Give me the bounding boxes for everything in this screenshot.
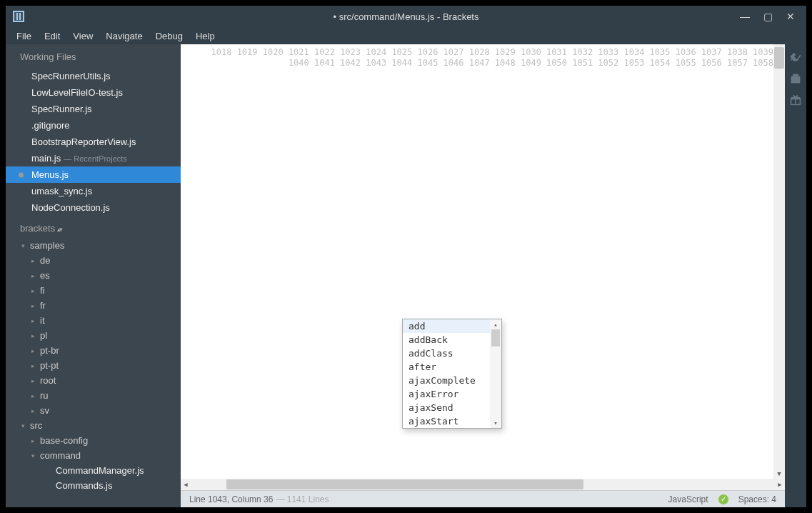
main-area: Working Files SpecRunnerUtils.jsLowLevel… — [6, 44, 806, 507]
status-language[interactable]: JavaScript — [668, 494, 708, 504]
scrollbar-v-thumb[interactable] — [774, 47, 784, 69]
autocomplete-item[interactable]: after — [403, 360, 501, 374]
menu-edit[interactable]: Edit — [44, 31, 60, 41]
tree-folder-item[interactable]: ▸fi — [6, 283, 181, 298]
working-file-item[interactable]: Menus.js — [6, 166, 181, 183]
editor-scrollbar-vertical[interactable]: ▲ ▼ — [773, 44, 785, 479]
menu-navigate[interactable]: Navigate — [106, 31, 142, 41]
window-title: • src/command/Menus.js - Brackets — [334, 11, 479, 22]
ac-scroll-thumb[interactable] — [491, 329, 500, 347]
project-dropdown-icon: ▴▾ — [56, 226, 61, 233]
editor-scrollbar-horizontal[interactable]: ◀ ▶ — [181, 479, 785, 490]
ac-scroll-up-icon[interactable]: ▴ — [490, 319, 501, 329]
autocomplete-item[interactable]: ajaxSend — [403, 401, 501, 414]
autocomplete-item[interactable]: ajaxError — [403, 387, 501, 401]
menu-view[interactable]: View — [73, 31, 93, 41]
extensions-icon[interactable] — [789, 73, 802, 84]
gift-icon[interactable] — [789, 94, 802, 106]
code-editor[interactable]: 1018 1019 1020 1021 1022 1023 1024 1025 … — [181, 44, 785, 490]
autocomplete-popup[interactable]: addaddBackaddClassafterajaxCompleteajaxE… — [402, 319, 502, 429]
menu-debug[interactable]: Debug — [156, 31, 183, 41]
tree-folder-item[interactable]: ▸sv — [6, 403, 181, 418]
autocomplete-item[interactable]: addBack — [403, 333, 501, 347]
titlebar: • src/command/Menus.js - Brackets — ▢ ✕ — [6, 6, 806, 27]
svg-rect-0 — [791, 76, 801, 84]
tree-folder-item[interactable]: ▾samples — [6, 238, 181, 253]
working-file-item[interactable]: SpecRunner.js — [6, 101, 181, 117]
window-controls: — ▢ ✕ — [738, 9, 798, 24]
menu-help[interactable]: Help — [196, 31, 215, 41]
status-indent[interactable]: Spaces: 4 — [738, 494, 776, 504]
tree-folder-item[interactable]: ▸root — [6, 373, 181, 388]
autocomplete-item[interactable]: add — [403, 319, 501, 333]
minimize-button[interactable]: — — [738, 9, 752, 24]
tree-folder-item[interactable]: ▸it — [6, 313, 181, 328]
app-logo-icon — [13, 11, 24, 22]
working-file-item[interactable]: BootstrapReporterView.js — [6, 134, 181, 150]
tree-folder-item[interactable]: ▸pt-pt — [6, 358, 181, 373]
statusbar: Line 1043, Column 36 — 1141 Lines JavaSc… — [181, 490, 785, 507]
svg-rect-1 — [793, 74, 798, 76]
autocomplete-item[interactable]: addClass — [403, 347, 501, 360]
tree-folder-item[interactable]: ▸es — [6, 268, 181, 283]
tree-file-item[interactable]: Commands.js — [6, 478, 181, 493]
app-window: • src/command/Menus.js - Brackets — ▢ ✕ … — [6, 6, 806, 507]
working-files-list: SpecRunnerUtils.jsLowLevelFileIO-test.js… — [6, 68, 181, 216]
working-file-item[interactable]: SpecRunnerUtils.js — [6, 68, 181, 84]
working-file-item[interactable]: main.js— RecentProjects — [6, 150, 181, 166]
tree-folder-item[interactable]: ▸pt-br — [6, 343, 181, 358]
tree-folder-item[interactable]: ▸base-config — [6, 433, 181, 448]
tree-folder-item[interactable]: ▸de — [6, 253, 181, 268]
working-file-item[interactable]: umask_sync.js — [6, 183, 181, 199]
autocomplete-scrollbar[interactable]: ▴ ▾ — [490, 319, 501, 428]
working-file-item[interactable]: .gitignore — [6, 117, 181, 134]
tree-folder-item[interactable]: ▸fr — [6, 298, 181, 313]
extension-rail — [785, 44, 806, 507]
status-lint-ok-icon[interactable]: ✓ — [718, 494, 728, 504]
working-file-item[interactable]: LowLevelFileIO-test.js — [6, 84, 181, 101]
tree-folder-item[interactable]: ▸ru — [6, 388, 181, 403]
ac-scroll-down-icon[interactable]: ▾ — [490, 418, 501, 428]
menubar: File Edit View Navigate Debug Help — [6, 27, 806, 44]
editor-pane: 1018 1019 1020 1021 1022 1023 1024 1025 … — [181, 44, 785, 507]
tree-folder-item[interactable]: ▸pl — [6, 328, 181, 343]
autocomplete-item[interactable]: ajaxStart — [403, 414, 501, 428]
tree-folder-item[interactable]: ▾command — [6, 448, 181, 463]
live-preview-icon[interactable] — [789, 51, 802, 63]
working-files-header: Working Files — [6, 44, 181, 68]
scroll-left-icon[interactable]: ◀ — [181, 479, 191, 490]
scroll-right-icon[interactable]: ▶ — [775, 479, 785, 490]
autocomplete-item[interactable]: ajaxComplete — [403, 374, 501, 387]
close-button[interactable]: ✕ — [783, 9, 798, 24]
scrollbar-h-thumb[interactable] — [226, 479, 583, 489]
status-total-lines: — 1141 Lines — [276, 494, 329, 504]
status-cursor: Line 1043, Column 36 — [189, 494, 273, 504]
maximize-button[interactable]: ▢ — [761, 9, 775, 24]
file-tree: ▾samples▸de▸es▸fi▸fr▸it▸pl▸pt-br▸pt-pt▸r… — [6, 238, 181, 507]
working-file-item[interactable]: NodeConnection.js — [6, 199, 181, 216]
menu-file[interactable]: File — [16, 31, 31, 41]
project-header[interactable]: brackets ▴▾ — [6, 216, 181, 238]
sidebar: Working Files SpecRunnerUtils.jsLowLevel… — [6, 44, 181, 507]
tree-folder-item[interactable]: ▾src — [6, 418, 181, 433]
tree-file-item[interactable]: CommandManager.js — [6, 463, 181, 478]
scroll-down-icon[interactable]: ▼ — [773, 469, 785, 479]
